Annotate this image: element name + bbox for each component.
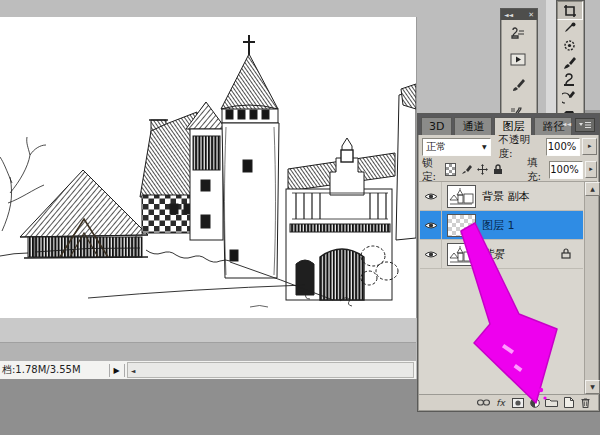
castle-sketch-artwork <box>0 17 416 318</box>
horizontal-scrollbar[interactable]: ◄ <box>127 362 414 378</box>
collapse-dock-icon[interactable]: ◄◄ <box>504 11 513 18</box>
delete-layer-icon[interactable] <box>577 396 594 409</box>
clone-source-icon[interactable] <box>501 20 535 46</box>
panel-dock-strip: ◄◄ ✕ <box>500 8 538 120</box>
layer-list: 背景 副本 图层 1 背景 <box>419 182 598 394</box>
close-dock-icon[interactable]: ✕ <box>528 11 534 19</box>
stamp-tool-icon[interactable] <box>557 71 581 88</box>
layer-list-scrollbar[interactable]: ▲ ▼ <box>584 182 598 394</box>
status-menu-button[interactable]: ▶ <box>109 364 125 377</box>
tab-channels[interactable]: 通道 <box>454 117 492 135</box>
lock-label: 锁定: <box>422 156 441 184</box>
visibility-eye-icon[interactable] <box>420 182 442 210</box>
photoshop-window: 档:1.78M/3.55M ▶ ◄ ◄◄ ✕ <box>0 0 600 435</box>
fill-spinner-icon[interactable]: ▸ <box>585 161 597 178</box>
fill-value[interactable]: 100% <box>549 161 583 179</box>
pasteboard <box>0 318 416 342</box>
panel-collapse-icon[interactable]: ◄◄ <box>562 120 571 127</box>
brush-tool-icon[interactable] <box>557 54 581 71</box>
document-size-readout: 档:1.78M/3.55M <box>0 363 81 377</box>
background-lock-icon <box>561 248 571 259</box>
layer-name: 背景 副本 <box>482 189 530 204</box>
panel-bottom-bar: fx <box>419 394 598 410</box>
link-layers-icon[interactable] <box>475 396 492 409</box>
scroll-left-icon[interactable]: ◄ <box>128 367 139 374</box>
dock-strip-header: ◄◄ ✕ <box>501 9 537 20</box>
new-layer-icon[interactable] <box>560 396 577 409</box>
layer-row-background[interactable]: 背景 <box>420 240 583 269</box>
tools-palette <box>556 0 585 120</box>
opacity-spinner-icon[interactable]: ▸ <box>582 138 597 155</box>
scroll-up-icon[interactable]: ▲ <box>585 182 600 196</box>
layer-thumbnail[interactable] <box>447 214 476 237</box>
opacity-value[interactable]: 100% <box>546 138 580 156</box>
panel-menu-icon[interactable] <box>575 118 595 132</box>
lock-transparency-icon[interactable] <box>445 163 456 176</box>
eyedropper-tool-icon[interactable] <box>557 20 581 37</box>
blend-mode-dropdown-icon[interactable]: ▼ <box>482 143 487 150</box>
new-group-icon[interactable] <box>543 396 560 409</box>
document-canvas[interactable] <box>0 17 417 318</box>
fill-label: 填充: <box>527 156 546 184</box>
layer-row-background-copy[interactable]: 背景 副本 <box>420 182 583 211</box>
layer-name: 背景 <box>482 247 504 262</box>
layer-thumbnail[interactable] <box>447 185 476 208</box>
lock-all-icon[interactable] <box>493 164 503 175</box>
layer-thumbnail[interactable] <box>447 243 476 266</box>
actions-play-icon[interactable] <box>501 46 535 72</box>
lock-position-icon[interactable] <box>477 164 488 175</box>
scroll-down-icon[interactable]: ▼ <box>585 380 600 394</box>
visibility-eye-icon[interactable] <box>420 240 442 268</box>
add-mask-icon[interactable] <box>509 396 526 409</box>
status-bar: 档:1.78M/3.55M ▶ ◄ <box>0 361 416 380</box>
lock-pixels-icon[interactable] <box>461 164 472 175</box>
layers-panel: 3D 通道 图层 路径 ◄◄ 正常 ▼ 不透明度: 100% ▸ 锁定: <box>417 113 600 412</box>
history-brush-tool-icon[interactable] <box>557 88 581 105</box>
blend-mode-select[interactable]: 正常 ▼ <box>422 138 491 156</box>
layer-style-icon[interactable]: fx <box>492 396 509 409</box>
brush-panel-icon[interactable] <box>501 72 535 98</box>
tab-3d[interactable]: 3D <box>421 117 452 135</box>
blend-mode-value: 正常 <box>426 140 446 154</box>
layer-row-layer1[interactable]: 图层 1 <box>420 211 583 240</box>
visibility-eye-icon[interactable] <box>420 211 442 239</box>
layer-name: 图层 1 <box>482 218 515 233</box>
healing-tool-icon[interactable] <box>557 37 581 54</box>
dock-gap <box>546 0 556 115</box>
crop-tool-icon[interactable] <box>557 1 583 20</box>
document-scroll-gutter <box>0 342 416 362</box>
adjustment-layer-icon[interactable] <box>526 396 543 409</box>
